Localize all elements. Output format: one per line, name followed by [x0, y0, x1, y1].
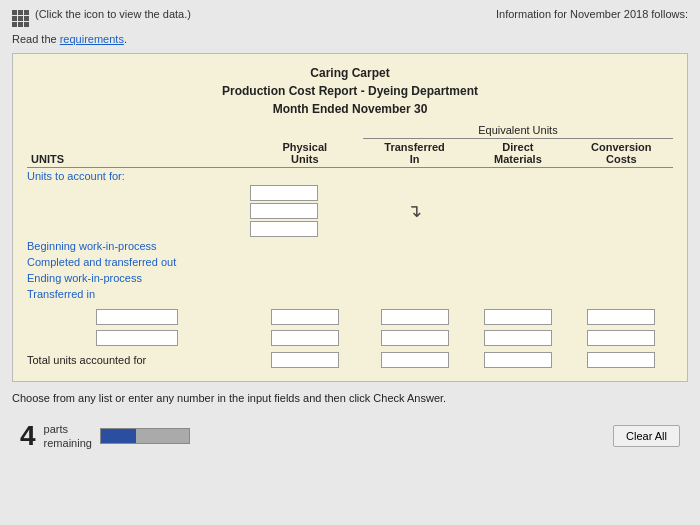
phys-total — [247, 351, 363, 369]
requirements-link[interactable]: requirements — [60, 33, 124, 45]
transferred-in-label: Transferred in — [27, 286, 247, 302]
footer-bar: 4 parts remaining Clear All — [12, 414, 688, 458]
report-title-line3: Month Ended November 30 — [27, 100, 673, 118]
phys-l2[interactable] — [271, 330, 339, 346]
direct-total-input[interactable] — [484, 352, 552, 368]
trans-l1[interactable] — [381, 309, 449, 325]
requirements-line: Read the requirements. — [12, 33, 688, 45]
phys-input-cell-1 — [247, 184, 363, 238]
direct-col-header: Direct Materials — [466, 139, 569, 168]
parts-number: 4 — [20, 420, 36, 452]
parts-info: 4 parts remaining — [20, 420, 190, 452]
direct-l2[interactable] — [484, 330, 552, 346]
conv-total — [570, 351, 673, 369]
bwip-label: Beginning work-in-process — [27, 238, 247, 254]
cursor-icon: ↴ — [407, 201, 422, 221]
column-headers-row: UNITS Physical Units Transferred In Dire… — [27, 139, 673, 168]
parts-line1: parts — [44, 422, 92, 436]
ewip-label: Ending work-in-process — [27, 270, 247, 286]
lower-input-row-4 — [27, 329, 673, 347]
report-title-line1: Caring Carpet — [27, 64, 673, 82]
trans-lower1 — [363, 308, 466, 326]
parts-label: parts remaining — [44, 422, 92, 451]
total-label: Total units accounted for — [27, 351, 247, 369]
input-row-1: ↴ — [27, 184, 673, 238]
direct-lower1 — [466, 308, 569, 326]
trans-total-input[interactable] — [381, 352, 449, 368]
completed-label: Completed and transferred out — [27, 254, 247, 270]
trans-total — [363, 351, 466, 369]
label-input-lower2 — [27, 329, 247, 347]
conversion-col-header: Conversion Costs — [570, 139, 673, 168]
completed-row: Completed and transferred out — [27, 254, 673, 270]
label-input-lower1 — [27, 308, 247, 326]
direct-l1[interactable] — [484, 309, 552, 325]
conv-lower1 — [570, 308, 673, 326]
physical-col-header: Physical Units — [247, 139, 363, 168]
equiv-units-header: Equivalent Units — [363, 124, 673, 139]
progress-bar-fill — [101, 429, 136, 443]
transferred-in-row: Transferred in — [27, 286, 673, 302]
phys-input-1b[interactable] — [250, 203, 318, 219]
req-prefix: Read the — [12, 33, 60, 45]
bottom-instruction: Choose from any list or enter any number… — [12, 392, 688, 404]
units-to-account-label: Units to account for: — [27, 168, 673, 185]
transferred-col-header: Transferred In — [363, 139, 466, 168]
phys-lower2 — [247, 329, 363, 347]
progress-bar — [100, 428, 190, 444]
phys-l1[interactable] — [271, 309, 339, 325]
conv-total-input[interactable] — [587, 352, 655, 368]
trans-input-cell-1: ↴ — [363, 184, 466, 238]
bwip-row: Beginning work-in-process — [27, 238, 673, 254]
report-title-line2: Production Cost Report - Dyeing Departme… — [27, 82, 673, 100]
lower-input-row-2 — [27, 308, 673, 326]
phys-input-1a[interactable] — [250, 185, 318, 201]
right-text: Information for November 2018 follows: — [496, 8, 688, 20]
units-to-account-row: Units to account for: — [27, 168, 673, 185]
report-container: Caring Carpet Production Cost Report - D… — [12, 53, 688, 382]
label-input-l1[interactable] — [96, 309, 178, 325]
phys-lower1 — [247, 308, 363, 326]
conv-l2[interactable] — [587, 330, 655, 346]
report-table: Equivalent Units UNITS Physical Units Tr… — [27, 124, 673, 369]
equiv-header-row: Equivalent Units — [27, 124, 673, 139]
req-suffix: . — [124, 33, 127, 45]
trans-lower2 — [363, 329, 466, 347]
ewip-row: Ending work-in-process — [27, 270, 673, 286]
direct-total — [466, 351, 569, 369]
phys-total-input[interactable] — [271, 352, 339, 368]
parts-line2: remaining — [44, 436, 92, 450]
label-input-l2[interactable] — [96, 330, 178, 346]
units-col-header: UNITS — [27, 139, 247, 168]
conv-lower2 — [570, 329, 673, 347]
clear-all-button[interactable]: Clear All — [613, 425, 680, 447]
phys-input-1c[interactable] — [250, 221, 318, 237]
total-row: Total units accounted for — [27, 351, 673, 369]
conv-l1[interactable] — [587, 309, 655, 325]
instruction-text: (Click the icon to view the data.) — [35, 8, 191, 20]
trans-l2[interactable] — [381, 330, 449, 346]
report-title: Caring Carpet Production Cost Report - D… — [27, 64, 673, 118]
direct-lower2 — [466, 329, 569, 347]
grid-icon[interactable] — [12, 10, 29, 27]
